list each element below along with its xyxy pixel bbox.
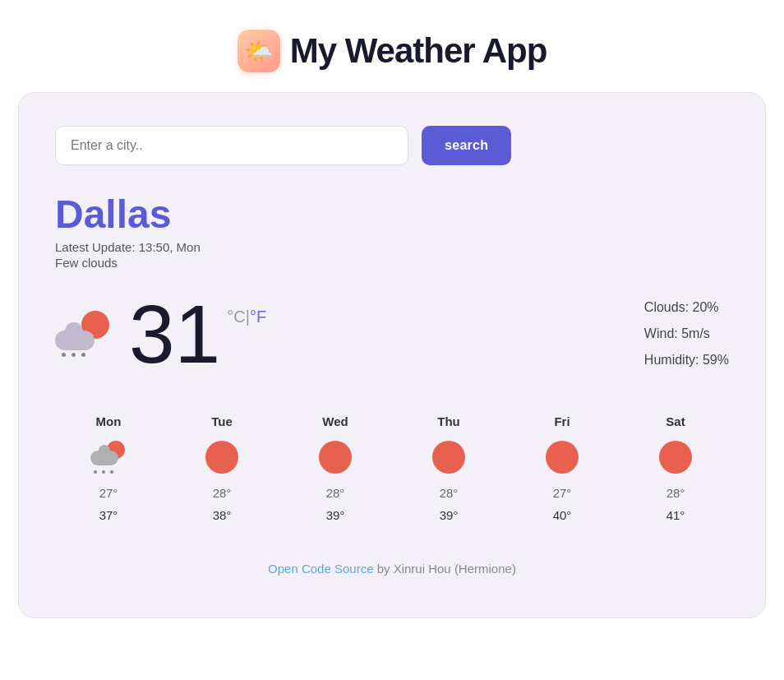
forecast-icon [90, 437, 127, 478]
clouds-detail: Clouds: 20% [644, 294, 729, 321]
app-logo: 🌤️ [238, 30, 280, 72]
day-label: Tue [211, 414, 233, 428]
temperature-units: °C|°F [227, 308, 266, 326]
forecast-day: Mon27°37° [55, 414, 162, 522]
day-temp-high: 40° [553, 508, 572, 522]
forecast-row: Mon27°37°Tue28°38°Wed28°39°Thu28°39°Fri2… [55, 414, 729, 522]
day-label: Thu [437, 414, 460, 428]
day-label: Wed [322, 414, 348, 428]
day-temp-low: 27° [99, 486, 118, 500]
day-temp-low: 28° [666, 486, 685, 500]
fahrenheit-unit[interactable]: °F [250, 308, 266, 326]
forecast-icon [205, 437, 238, 478]
city-search-input[interactable] [55, 126, 408, 165]
current-weather-panel: 31 °C|°F Clouds: 20% Wind: 5m/s Humidity… [55, 293, 729, 375]
search-button[interactable]: search [422, 126, 511, 165]
day-temp-high: 41° [666, 508, 685, 522]
day-temp-high: 39° [440, 508, 459, 522]
source-link[interactable]: Open Code Source [268, 562, 373, 576]
forecast-day: Wed28°39° [282, 414, 389, 522]
city-name: Dallas [55, 192, 729, 237]
forecast-icon [659, 437, 692, 478]
search-row: search [55, 126, 729, 165]
update-time: Latest Update: 13:50, Mon [55, 240, 729, 254]
day-temp-low: 28° [213, 486, 232, 500]
forecast-day: Thu28°39° [395, 414, 502, 522]
forecast-day: Sat28°41° [622, 414, 729, 522]
current-weather-icon [55, 309, 113, 359]
day-temp-low: 27° [553, 486, 572, 500]
app-header: 🌤️ My Weather App [238, 30, 547, 72]
day-temp-high: 38° [213, 508, 232, 522]
weather-details: Clouds: 20% Wind: 5m/s Humidity: 59% [644, 294, 729, 373]
weather-description: Few clouds [55, 256, 729, 270]
celsius-unit[interactable]: °C [227, 308, 245, 326]
footer: Open Code Source by Xinrui Hou (Hermione… [55, 562, 729, 576]
day-temp-low: 28° [440, 486, 459, 500]
day-label: Fri [554, 414, 570, 428]
day-temp-high: 37° [99, 508, 118, 522]
forecast-day: Fri27°40° [509, 414, 616, 522]
day-temp-low: 28° [326, 486, 345, 500]
forecast-icon [546, 437, 579, 478]
day-temp-high: 39° [326, 508, 345, 522]
app-title: My Weather App [290, 31, 547, 71]
forecast-icon [319, 437, 352, 478]
logo-emoji: 🌤️ [244, 38, 273, 65]
temperature-display: 31 °C|°F [129, 293, 266, 375]
wind-detail: Wind: 5m/s [644, 321, 729, 347]
footer-credit: by Xinrui Hou (Hermione) [374, 562, 516, 576]
forecast-day: Tue28°38° [168, 414, 275, 522]
day-label: Sat [666, 414, 685, 428]
forecast-icon [432, 437, 465, 478]
day-label: Mon [96, 414, 122, 428]
main-card: search Dallas Latest Update: 13:50, Mon … [18, 92, 766, 618]
temperature-value: 31 [129, 293, 220, 375]
humidity-detail: Humidity: 59% [644, 347, 729, 373]
